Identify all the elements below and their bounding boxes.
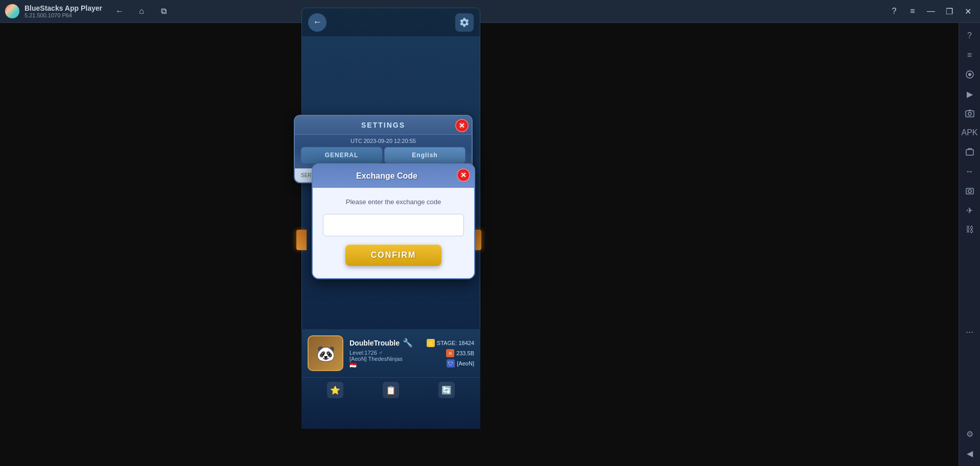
sidebar-icon-record[interactable] <box>961 66 978 83</box>
guild-abbr: [AeoN] <box>457 360 474 366</box>
level-label: Level:1726 <box>349 350 377 356</box>
player-right-stats: ⭐ STAGE: 18424 ✕ 233.5B 🛡 [AeoN] <box>427 339 474 367</box>
settings-utc: UTC 2023-09-20 12:20:55 <box>295 135 472 147</box>
home-button[interactable]: ⌂ <box>134 4 149 18</box>
player-flag: 🇮🇩 <box>349 362 421 369</box>
app-version: 5.21.500.1070 P64 <box>25 12 102 18</box>
sidebar-icon-help[interactable]: ? <box>961 27 978 44</box>
clipboard-icon-btn[interactable]: 📋 <box>383 382 399 398</box>
nav-buttons: ← ⌂ ⧉ <box>112 4 171 18</box>
stage-value: STAGE: 18424 <box>437 340 474 346</box>
guild-stat-row: 🛡 [AeoN] <box>447 359 474 367</box>
sidebar-icon-link[interactable]: ⛓ <box>961 221 978 238</box>
back-arrow-icon: ← <box>313 17 322 28</box>
minimize-button[interactable]: — <box>924 4 938 18</box>
player-avatar: 🐼 <box>308 335 343 371</box>
window-controls: ? ≡ — ❐ ✕ <box>887 4 975 18</box>
refresh-icon-btn[interactable]: 🔄 <box>438 382 455 398</box>
sidebar-more[interactable]: ··· <box>961 323 978 340</box>
sidebar-icon-menu[interactable]: ≡ <box>961 46 978 64</box>
tab-language[interactable]: English <box>384 147 465 163</box>
sidebar-icon-resize[interactable]: ↔ <box>961 163 978 180</box>
side-decoration-left <box>296 230 307 250</box>
exchange-body: Please enter the exchange code CONFIRM <box>313 188 474 278</box>
player-bottom-icons: ⭐ 📋 🔄 <box>301 377 480 402</box>
resource-value: 233.5B <box>456 350 474 356</box>
sidebar-icon-camera[interactable] <box>961 105 978 122</box>
sidebar-icon-play[interactable]: ▶ <box>961 85 978 103</box>
copy-button[interactable]: ⧉ <box>156 4 171 18</box>
settings-close-button[interactable]: ✕ <box>455 119 469 132</box>
sidebar-settings[interactable]: ⚙ <box>961 425 978 443</box>
exchange-title: Exchange Code <box>320 171 454 181</box>
right-sidebar: ? ≡ ▶ APK ↔ ✈ ⛓ ··· ⚙ ◀ <box>959 23 980 466</box>
resource-icon: ✕ <box>446 349 454 357</box>
player-card: 🐼 DoubleTrouble 🔧 Level:1726 ♂ [AeoN] Th… <box>301 329 480 377</box>
sidebar-arrow[interactable]: ◀ <box>961 445 978 462</box>
svg-point-6 <box>968 190 971 193</box>
svg-point-3 <box>968 112 971 115</box>
svg-rect-4 <box>966 150 973 155</box>
exchange-instruction: Please enter the exchange code <box>346 198 441 206</box>
help-button[interactable]: ? <box>887 4 901 18</box>
wrench-icon: 🔧 <box>403 338 413 348</box>
player-name: DoubleTrouble <box>349 339 400 347</box>
gender-icon: ♂ <box>379 350 383 356</box>
svg-point-1 <box>968 73 971 76</box>
resource-stat: ✕ 233.5B <box>446 349 474 357</box>
svg-rect-5 <box>966 188 973 194</box>
sidebar-icon-airplane[interactable]: ✈ <box>961 202 978 219</box>
stage-stat: ⭐ STAGE: 18424 <box>427 339 474 347</box>
settings-title-bar: SETTINGS ✕ <box>295 116 472 135</box>
restore-button[interactable]: ❐ <box>942 4 956 18</box>
main-background <box>0 0 980 466</box>
app-name: BlueStacks App Player <box>25 4 102 12</box>
game-top-bar: ← <box>302 8 480 36</box>
star-icon-btn[interactable]: ⭐ <box>327 382 343 398</box>
sidebar-icon-apk[interactable]: APK <box>961 124 978 141</box>
title-bar: BlueStacks App Player 5.21.500.1070 P64 … <box>0 0 980 23</box>
stage-icon: ⭐ <box>427 339 435 347</box>
settings-title: SETTINGS <box>300 121 466 129</box>
back-button[interactable]: ← <box>112 4 127 18</box>
player-details: DoubleTrouble 🔧 Level:1726 ♂ [AeoN] Thed… <box>349 338 421 369</box>
sidebar-icon-screenshot[interactable] <box>961 143 978 161</box>
close-button[interactable]: ✕ <box>961 4 975 18</box>
guild-icon: 🛡 <box>447 359 455 367</box>
player-level: Level:1726 ♂ <box>349 350 421 356</box>
exchange-close-button[interactable]: ✕ <box>457 168 470 182</box>
settings-close-icon: ✕ <box>459 121 465 130</box>
game-bottom-area: 🐼 DoubleTrouble 🔧 Level:1726 ♂ [AeoN] Th… <box>301 329 480 429</box>
tab-general[interactable]: GENERAL <box>301 147 382 163</box>
game-gear-button[interactable] <box>455 13 474 32</box>
exchange-dialog: Exchange Code ✕ Please enter the exchang… <box>312 163 475 279</box>
exchange-close-icon: ✕ <box>460 171 466 179</box>
player-name-row: DoubleTrouble 🔧 <box>349 338 421 348</box>
sidebar-icon-camera2[interactable] <box>961 182 978 200</box>
exchange-title-bar: Exchange Code ✕ <box>313 164 474 188</box>
exchange-code-input[interactable] <box>323 214 464 236</box>
svg-rect-2 <box>966 111 974 117</box>
player-guild: [AeoN] ThedesNinjas <box>349 356 421 362</box>
menu-button[interactable]: ≡ <box>905 4 920 18</box>
confirm-button[interactable]: CONFIRM <box>345 244 442 266</box>
app-info: BlueStacks App Player 5.21.500.1070 P64 <box>25 4 102 18</box>
game-back-button[interactable]: ← <box>308 13 326 32</box>
app-logo <box>5 4 19 18</box>
